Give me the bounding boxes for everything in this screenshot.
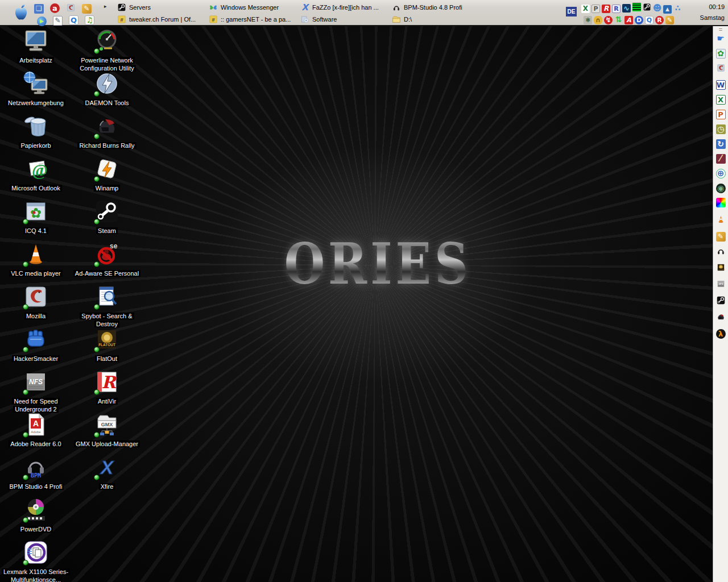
tray-remote-tool[interactable]: R xyxy=(612,3,621,13)
desktop-icon-antivir[interactable]: R AntiVir xyxy=(72,368,142,405)
desktop-icon-daemon-tools[interactable]: DAEMON Tools xyxy=(72,70,142,107)
toolbar-item-bpm-headphones[interactable] xyxy=(716,246,726,258)
tray-print-tool[interactable]: P xyxy=(592,3,600,13)
desktop-icon-lexmark-x1100-series-multifunktionsce[interactable]: Lexmark X1100 Series-Multifunktionsce... xyxy=(1,539,71,582)
toolbar-item-flatout[interactable]: FLATOUT xyxy=(716,263,726,275)
tray-antivir-tray[interactable]: R xyxy=(602,3,610,13)
toolbar-item-web-search[interactable]: ⊕ xyxy=(716,168,726,178)
dsl-link-icon: ∿ xyxy=(622,4,631,13)
quick-launch-media-player[interactable]: ▶ xyxy=(37,15,47,26)
tray-steam-mini[interactable] xyxy=(643,3,651,14)
desktop-icon-adobe-reader-6-0[interactable]: A Adobe Adobe Reader 6.0 xyxy=(1,411,71,448)
taskbar-button-bpm-studio-4-8-profi[interactable]: BPM-Studio 4.8 Profi xyxy=(392,2,482,13)
desktop-icon-ad-aware-se-personal[interactable]: se Ad-Aware SE Personal xyxy=(72,240,142,277)
desktop-icon-richard-burns-rally[interactable]: Richard Burns Rally xyxy=(72,113,142,149)
quick-launch-ad-aware[interactable]: a xyxy=(50,3,60,13)
tray-excel-tray[interactable]: X xyxy=(581,3,590,13)
tray-traffic-arrows[interactable]: ⇅ xyxy=(614,14,623,24)
tray-dsl-link[interactable]: ∿ xyxy=(622,3,631,13)
desktop-icon-flatout[interactable]: FLATOUT FlatOut xyxy=(72,326,142,363)
tray-messenger-user[interactable]: ☻ xyxy=(653,3,661,13)
quick-launch-quicktime[interactable]: Q xyxy=(69,15,78,25)
toolbar-item-icq[interactable]: ✿ xyxy=(716,48,726,59)
tray-capture-lite[interactable]: ▲ xyxy=(663,3,672,14)
desktop-icon-steam[interactable]: Steam xyxy=(72,198,142,235)
quick-launch-mozilla[interactable] xyxy=(66,3,76,15)
quick-launch-notepad[interactable]: ✎ xyxy=(53,15,63,26)
toolbar-item-rbr-helmet[interactable] xyxy=(716,312,726,324)
taskbar-button-software[interactable]: Software xyxy=(300,14,390,25)
taskbar-button-servers[interactable]: Servers xyxy=(117,2,207,13)
desktop-icon-label: AntiVir xyxy=(72,397,142,405)
desktop-icon-winamp[interactable]: Winamp xyxy=(72,155,142,192)
desktop-icon-arbeitsplatz[interactable]: Arbeitsplatz xyxy=(1,27,71,64)
taskbar-button-tweaker-ch-forum-of[interactable]: #tweaker.ch Forum | Of... xyxy=(117,14,207,25)
toolbar-item-excel[interactable]: X xyxy=(716,94,726,105)
shortcut-overlay-icon xyxy=(23,389,28,395)
tray-ad-watch[interactable]: ↯ xyxy=(604,14,613,24)
desktop-icon-gmx-upload-manager[interactable]: GMX GMX Upload-Manager xyxy=(72,411,142,448)
desktop-icon-label: HackerSmacker xyxy=(1,355,71,363)
toolbar-item-schedule[interactable]: ◷ xyxy=(716,124,726,134)
toolbar-item-keys[interactable]: ⁄ xyxy=(716,153,726,164)
toolbar-item-vlc[interactable] xyxy=(716,214,726,226)
desktop-icon-netzwerkumgebung[interactable]: Netzwerkumgebung xyxy=(1,70,71,107)
language-indicator[interactable]: DE xyxy=(566,7,577,16)
desktop-icon-papierkorb[interactable]: Papierkorb xyxy=(1,113,71,149)
toolbar-item-messenger-contact[interactable]: ☛ xyxy=(716,34,726,44)
desktop-icon-spybot-search-destroy[interactable]: Spybot - Search & Destroy xyxy=(72,283,142,328)
desktop-icon-powerline-network-configuration-utility[interactable]: Powerline Network Configuration Utility xyxy=(72,27,142,72)
tray-tuneup-lock[interactable]: ∩ xyxy=(594,14,602,24)
desktop-icon-image: NFS xyxy=(22,368,49,396)
toolbar-item-media-pack[interactable] xyxy=(716,198,726,210)
mozilla-icon xyxy=(716,63,726,73)
desktop-icon-hackersmacker[interactable]: HackerSmacker xyxy=(1,326,71,363)
tray-styler-brush[interactable]: ✎ xyxy=(665,14,674,24)
desktop-icon-icq-4-1[interactable]: ✿ ICQ 4.1 xyxy=(1,198,71,235)
tray-system-tool[interactable]: ✱ xyxy=(584,14,592,24)
tray-bluetooth-dots[interactable]: ∴ xyxy=(673,3,682,13)
toolbar-item-styler-brush[interactable]: ✎ xyxy=(716,231,726,242)
desktop-icon-powerdvd[interactable]: PowerDVD xyxy=(1,496,71,533)
desktop-icon-bpm-studio-4-profi[interactable]: BPM BPM Studio 4 Profi xyxy=(1,454,71,490)
taskbar-button-label: Software xyxy=(312,16,337,23)
quick-launch-styler-brush[interactable]: ✎ xyxy=(82,3,92,14)
toolbar-item-mozilla[interactable] xyxy=(716,63,726,75)
taskbar-button-d[interactable]: D:\ xyxy=(392,14,482,25)
toolbar-drag-handle[interactable]: = xyxy=(713,26,728,34)
toolbar-item-steam[interactable] xyxy=(716,296,726,307)
headphones-icon xyxy=(392,3,401,12)
toolbar-item-word[interactable]: W xyxy=(716,80,726,90)
quicktime-icon: Q xyxy=(69,15,78,25)
toolbar-item-half-life[interactable]: λ xyxy=(716,329,726,339)
toolbar-item-refresh[interactable]: ↻ xyxy=(716,139,726,149)
desktop-icon-label: GMX Upload-Manager xyxy=(72,440,142,448)
tray-registered-r[interactable]: R xyxy=(655,14,664,24)
toolbar-item-webcam[interactable]: ◉ xyxy=(716,183,726,193)
tray-ati-control[interactable]: A xyxy=(624,14,633,24)
ad-aware-icon: a xyxy=(50,3,60,13)
tray-quicktime[interactable]: Q xyxy=(645,14,653,24)
recycle-bin-icon xyxy=(22,113,49,140)
registered-r-icon: R xyxy=(655,16,664,24)
taskbar-button-fazzo-x-fire-ich-han[interactable]: XFaZZo [x-fire][ich han ... xyxy=(300,2,390,13)
taskbar-button-label: :: gamersNET - be a pa... xyxy=(221,16,291,23)
quick-launch-itunes[interactable]: ♫ xyxy=(85,15,94,25)
desktop-icon-need-for-speed-underground-2[interactable]: NFS Need for Speed Underground 2 xyxy=(1,368,71,413)
desktop-icon-image: A Adobe xyxy=(22,411,49,438)
desktop-icon-microsoft-outlook[interactable]: @ Microsoft Outlook xyxy=(1,155,71,192)
taskbar-button-gamersnet-be-a-pa[interactable]: #:: gamersNET - be a pa... xyxy=(209,14,299,25)
desktop-icon-vlc-media-player[interactable]: VLC media player xyxy=(1,240,71,277)
desktop-icon-mozilla[interactable]: Mozilla xyxy=(1,283,71,320)
quick-launch-expand-arrow[interactable]: ▸ xyxy=(104,4,107,9)
start-button[interactable] xyxy=(11,2,31,23)
taskbar-button-windows-messenger[interactable]: Windows Messenger xyxy=(209,2,299,13)
quick-launch-show-desktop[interactable]: ❏ xyxy=(34,3,44,14)
desktop-icon-xfire[interactable]: X Xfire xyxy=(72,454,142,490)
tray-daemon-tray[interactable]: D xyxy=(635,14,643,24)
toolbar-item-nfs[interactable]: NFS xyxy=(716,279,726,291)
excel-tray-icon: X xyxy=(581,5,590,13)
taskbar-button-label: Windows Messenger xyxy=(221,4,279,11)
toolbar-item-powerpoint[interactable]: P xyxy=(716,109,726,119)
tray-equalizer[interactable] xyxy=(632,3,641,14)
